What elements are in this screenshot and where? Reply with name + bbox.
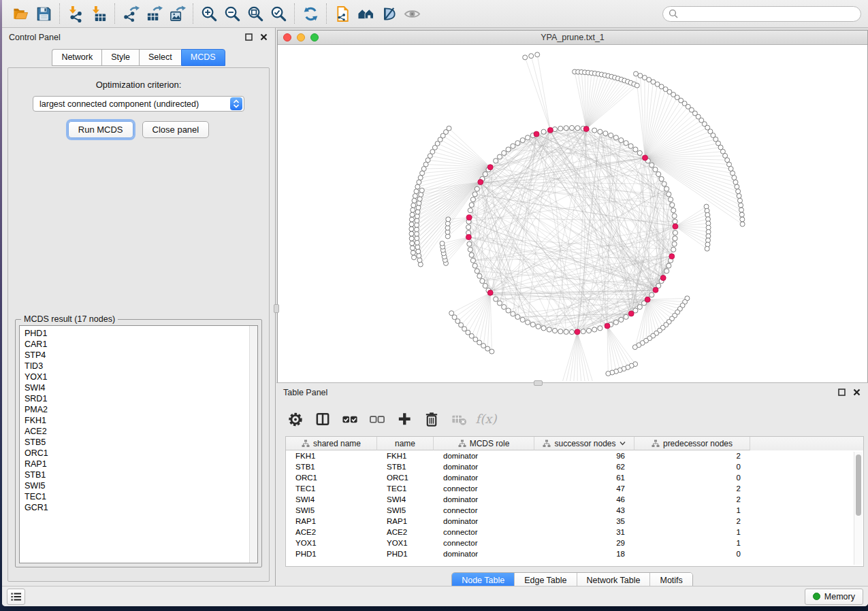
mcds-result-item[interactable]: PMA2 bbox=[25, 404, 257, 415]
mcds-result-item[interactable]: RAP1 bbox=[25, 459, 257, 469]
deselect-all-button[interactable] bbox=[367, 409, 387, 429]
select-all-button[interactable] bbox=[340, 409, 360, 429]
column-header-successor-nodes[interactable]: successor nodes bbox=[534, 437, 634, 450]
mcds-result-item[interactable]: SRD1 bbox=[25, 393, 257, 404]
table-cell: 0 bbox=[634, 550, 750, 558]
table-row[interactable]: ACE2ACE2connector311 bbox=[286, 527, 863, 538]
zoom-out-button[interactable] bbox=[221, 3, 244, 24]
table-row[interactable]: FKH1FKH1dominator962 bbox=[286, 450, 863, 461]
column-label: MCDS role bbox=[470, 439, 510, 448]
save-session-button[interactable] bbox=[32, 3, 55, 24]
table-cell: dominator bbox=[434, 550, 534, 558]
mcds-result-item[interactable]: STB5 bbox=[25, 437, 257, 448]
table-cell: TEC1 bbox=[286, 484, 377, 493]
toolbar-separator bbox=[59, 3, 60, 24]
preview-eye-button bbox=[400, 3, 423, 24]
result-list-scrollbar[interactable] bbox=[249, 326, 257, 563]
zoom-in-button[interactable] bbox=[197, 3, 221, 24]
export-network-button[interactable] bbox=[119, 3, 142, 24]
close-panel-button[interactable]: Close panel bbox=[142, 121, 210, 138]
table-cell: 2 bbox=[634, 484, 750, 493]
mcds-result-item[interactable]: STP4 bbox=[25, 350, 257, 361]
table-row[interactable]: SWI4SWI4dominator462 bbox=[286, 494, 863, 505]
network-canvas[interactable] bbox=[278, 45, 867, 382]
node-table[interactable]: shared namenameMCDS rolesuccessor nodesp… bbox=[285, 436, 864, 567]
control-panel: Control Panel NetworkStyleSelectMCDS Opt… bbox=[2, 28, 276, 586]
table-cell: 62 bbox=[534, 463, 634, 471]
zoom-selected-button[interactable] bbox=[267, 3, 290, 24]
table-cell: 43 bbox=[534, 506, 634, 514]
export-table-button[interactable] bbox=[142, 3, 165, 24]
table-row[interactable]: SWI5SWI5connector431 bbox=[286, 505, 863, 516]
hide-panel-icon bbox=[381, 5, 398, 22]
column-layout-button[interactable] bbox=[312, 409, 333, 429]
memory-status-dot bbox=[813, 593, 820, 600]
column-header-name[interactable]: name bbox=[377, 437, 434, 450]
delete-row-button[interactable] bbox=[421, 409, 442, 429]
network-window: YPA_prune.txt_1 bbox=[277, 30, 868, 382]
optimization-criterion-select[interactable]: largest connected component (undirected) bbox=[33, 96, 244, 112]
refresh-view-button[interactable] bbox=[299, 3, 322, 24]
tab-select[interactable]: Select bbox=[139, 49, 181, 66]
table-scrollbar[interactable] bbox=[854, 452, 863, 565]
table-row[interactable]: TEC1TEC1connector472 bbox=[286, 483, 863, 494]
tab-network[interactable]: Network bbox=[52, 49, 101, 66]
mcds-result-item[interactable]: TID3 bbox=[25, 361, 257, 371]
deselect-all-icon bbox=[369, 411, 385, 427]
import-network-button[interactable] bbox=[64, 3, 87, 24]
mcds-result-item[interactable]: YOX1 bbox=[25, 371, 257, 382]
float-table-panel-icon[interactable] bbox=[837, 388, 846, 397]
table-cell: YOX1 bbox=[377, 539, 434, 547]
close-table-panel-icon[interactable] bbox=[852, 388, 861, 397]
memory-button[interactable]: Memory bbox=[805, 589, 863, 605]
table-row[interactable]: YOX1YOX1connector291 bbox=[286, 538, 863, 548]
column-header-predecessor-nodes[interactable]: predecessor nodes bbox=[634, 437, 750, 450]
close-panel-icon[interactable] bbox=[259, 33, 268, 42]
mcds-result-item[interactable]: CAR1 bbox=[25, 339, 257, 350]
mcds-result-item[interactable]: SWI5 bbox=[25, 480, 257, 491]
open-file-button[interactable] bbox=[9, 3, 32, 24]
table-scrollbar-thumb[interactable] bbox=[856, 455, 861, 516]
mcds-result-item[interactable]: GCR1 bbox=[25, 502, 257, 513]
column-header-MCDS-role[interactable]: MCDS role bbox=[434, 437, 534, 450]
table-panel-header: Table Panel bbox=[276, 383, 868, 401]
table-toolbar: f(x) bbox=[285, 404, 864, 433]
table-cell: FKH1 bbox=[377, 452, 434, 460]
table-row[interactable]: PHD1PHD1dominator180 bbox=[286, 548, 863, 559]
table-row[interactable]: RAP1RAP1dominator352 bbox=[286, 516, 863, 527]
network-overview-button[interactable] bbox=[354, 3, 377, 24]
mcds-result-item[interactable]: ACE2 bbox=[25, 426, 257, 437]
search-input[interactable] bbox=[681, 9, 855, 18]
network-titlebar[interactable]: YPA_prune.txt_1 bbox=[278, 31, 867, 45]
float-panel-icon[interactable] bbox=[244, 33, 253, 42]
import-table-button[interactable] bbox=[87, 3, 110, 24]
horizontal-splitter-handle[interactable] bbox=[534, 380, 543, 386]
mcds-result-item[interactable]: STB1 bbox=[25, 469, 257, 480]
table-row[interactable]: ORC1ORC1dominator610 bbox=[286, 472, 863, 483]
export-image-button[interactable] bbox=[165, 3, 189, 24]
network-overview-icon bbox=[357, 5, 374, 22]
tab-mcds[interactable]: MCDS bbox=[181, 49, 225, 66]
add-row-button[interactable] bbox=[394, 409, 415, 429]
mcds-result-item[interactable]: FKH1 bbox=[25, 415, 257, 426]
share-document-button[interactable] bbox=[331, 3, 354, 24]
toolbar-separator bbox=[193, 3, 193, 24]
mcds-result-list[interactable]: PHD1CAR1STP4TID3YOX1SWI4SRD1PMA2FKH1ACE2… bbox=[19, 325, 258, 563]
run-mcds-button[interactable]: Run MCDS bbox=[68, 121, 133, 138]
hide-panel-button[interactable] bbox=[377, 3, 400, 24]
table-cell: dominator bbox=[434, 517, 534, 525]
table-row[interactable]: STB1STB1dominator620 bbox=[286, 461, 863, 472]
tab-style[interactable]: Style bbox=[101, 49, 139, 66]
zoom-fit-button[interactable] bbox=[244, 3, 267, 24]
mcds-result-item[interactable]: TEC1 bbox=[25, 491, 257, 502]
mcds-result-item[interactable]: ORC1 bbox=[25, 448, 257, 459]
table-cell: 35 bbox=[534, 517, 634, 525]
column-label: shared name bbox=[313, 439, 361, 448]
column-header-shared-name[interactable]: shared name bbox=[286, 437, 377, 450]
mcds-result-item[interactable]: PHD1 bbox=[25, 328, 257, 339]
mcds-result-item[interactable]: SWI4 bbox=[25, 382, 257, 393]
task-history-button[interactable] bbox=[7, 589, 25, 605]
search-box[interactable] bbox=[662, 6, 861, 22]
column-settings-button[interactable] bbox=[285, 409, 306, 429]
vertical-splitter-handle[interactable] bbox=[274, 304, 279, 313]
